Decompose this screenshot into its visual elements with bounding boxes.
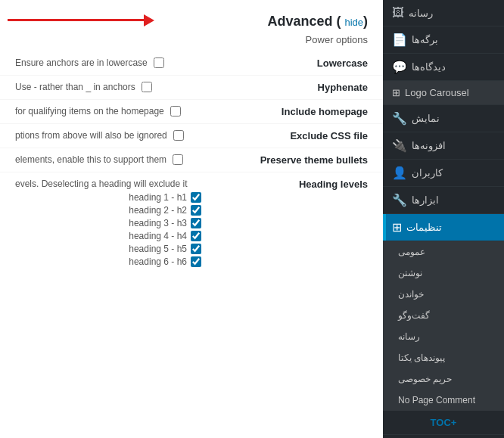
plugins-icon: 🔌 (392, 138, 407, 153)
heading-3-label: heading 3 - h3 (129, 218, 187, 228)
heading-2-checkbox[interactable] (191, 205, 201, 216)
lowercase-checkbox[interactable] (154, 57, 164, 68)
sidebar-label-rasaneh: رسانه (409, 8, 433, 19)
main-content: Advanced (hide) Power options Ensure anc… (0, 0, 383, 438)
submenu-goftogo[interactable]: گفت‌وگو (383, 305, 504, 326)
media-icon: 🖼 (392, 6, 404, 20)
sidebar-label-didgahha: دیدگاه‌ها (412, 61, 446, 73)
heading-4-label: heading 4 - h4 (129, 231, 187, 241)
heading-5-checkbox[interactable] (191, 244, 201, 254)
hide-link[interactable]: hide (344, 17, 363, 28)
arrow-line (8, 19, 144, 21)
advanced-title: Advanced (hide) (267, 14, 368, 30)
advanced-label: Advanced (267, 14, 332, 29)
sidebar-item-tanzimaat[interactable]: تنظیمات ⊞ (383, 214, 504, 241)
preserve-bullets-description: elements, enable this to support them (15, 154, 201, 165)
heading-6-label: heading 6 - h6 (129, 256, 187, 267)
preserve-bullets-label: Preserve theme bullets (201, 154, 368, 166)
submenu-label-rasaneh: رسانه (398, 331, 420, 342)
heading-6-checkbox[interactable] (191, 256, 201, 267)
hyphenate-description: Use - rather than _ in anchors (15, 82, 201, 92)
lowercase-row: Ensure anchors are in lowercase Lowercas… (0, 51, 383, 76)
sidebar-item-rasaneh[interactable]: رسانه 🖼 (383, 0, 504, 26)
submenu-label-harim: حریم خصوصی (398, 374, 452, 384)
sidebar-label-logo-carousel: Logo Carousel (405, 87, 469, 98)
heading-1-label: heading 1 - h1 (129, 192, 187, 203)
heading-4-item: heading 4 - h4 (15, 231, 201, 241)
heading-2-item: heading 2 - h2 (15, 205, 201, 216)
exclude-css-description: ptions from above will also be ignored (15, 130, 201, 141)
sidebar-item-namayesh[interactable]: نمایش 🔧 (383, 105, 504, 132)
heading-5-item: heading 5 - h5 (15, 244, 201, 254)
comments-icon: 💬 (392, 60, 407, 74)
heading-5-label: heading 5 - h5 (129, 244, 187, 254)
preserve-bullets-checkbox[interactable] (173, 154, 183, 165)
lowercase-label: Lowercase (201, 57, 368, 69)
sidebar-item-abzarha[interactable]: ابزارها 🔧 (383, 187, 504, 214)
heading-6-item: heading 6 - h6 (15, 256, 201, 267)
heading-levels-description: evels. Deselecting a heading will exclud… (15, 179, 201, 189)
arrow-container (8, 14, 154, 26)
submenu-label-omoomi: عمومی (398, 247, 425, 257)
heading-levels-left: evels. Deselecting a heading will exclud… (15, 179, 201, 269)
include-homepage-checkbox[interactable] (170, 106, 181, 116)
sidebar: رسانه 🖼 برگه‌ها 📄 دیدگاه‌ها 💬 Logo Carou… (383, 0, 504, 438)
submenu-label-no-page-comment: No Page Comment (398, 395, 475, 405)
submenu-neveshtan[interactable]: نوشتن (383, 262, 504, 284)
heading-4-checkbox[interactable] (191, 231, 201, 241)
include-homepage-row: for qualifying items on the homepage Inc… (0, 100, 383, 124)
users-icon: 👤 (392, 166, 407, 180)
exclude-css-checkbox-wrapper (173, 130, 184, 141)
sidebar-item-karbaran[interactable]: کاربران 👤 (383, 160, 504, 187)
heading-levels-row: evels. Deselecting a heading will exclud… (0, 172, 383, 275)
hyphenate-text: Use - rather than _ in anchors (15, 82, 135, 92)
appearance-icon: 🔧 (392, 111, 407, 126)
hyphenate-checkbox-wrapper (142, 82, 152, 92)
exclude-css-row: ptions from above will also be ignored E… (0, 124, 383, 148)
lowercase-checkbox-wrapper (154, 57, 164, 68)
submenu-label-pyvandha: پیوندهای یکتا (398, 353, 445, 363)
sidebar-label-karbaran: کاربران (412, 167, 443, 179)
sidebar-label-abzarha: ابزارها (412, 194, 439, 206)
submenu-rasaneh[interactable]: رسانه (383, 326, 504, 347)
heading-checkboxes: heading 1 - h1 heading 2 - h2 heading 3 … (15, 192, 201, 267)
sidebar-item-toc[interactable]: +TOC (383, 411, 504, 435)
arrow-head (144, 14, 154, 26)
pages-icon: 📄 (392, 33, 407, 47)
settings-icon: ⊞ (392, 220, 402, 235)
sidebar-label-bargha: برگه‌ها (412, 34, 438, 45)
submenu-label-neveshtan: نوشتن (398, 268, 422, 278)
submenu-khandan[interactable]: خواندن (383, 284, 504, 305)
submenu-harim[interactable]: حریم خصوصی (383, 368, 504, 390)
preserve-bullets-checkbox-wrapper (173, 154, 183, 165)
heading-1-item: heading 1 - h1 (15, 192, 201, 203)
sidebar-item-afzonehha[interactable]: افزونه‌ها 🔌 (383, 132, 504, 160)
include-homepage-label: Include homepage (201, 106, 368, 117)
exclude-css-label: Exclude CSS file (201, 130, 368, 141)
sidebar-item-bargha[interactable]: برگه‌ها 📄 (383, 26, 504, 54)
submenu-omoomi[interactable]: عمومی (383, 241, 504, 262)
sidebar-label-tanzimaat: تنظیمات (406, 222, 442, 233)
hyphenate-label: Hyphenate (201, 82, 368, 93)
sidebar-item-logo-carousel[interactable]: Logo Carousel ⊞ (383, 81, 504, 105)
lowercase-text: Ensure anchors are in lowercase (15, 57, 148, 68)
include-homepage-description: for qualifying items on the homepage (15, 106, 201, 116)
submenu-label-goftogo: گفت‌وگو (398, 310, 430, 321)
heading-3-checkbox[interactable] (191, 218, 201, 228)
tools-icon: 🔧 (392, 193, 407, 207)
lowercase-description: Ensure anchors are in lowercase (15, 57, 201, 68)
hyphenate-checkbox[interactable] (142, 82, 152, 92)
red-arrow (8, 14, 154, 26)
logo-carousel-icon: ⊞ (392, 87, 400, 98)
preserve-bullets-row: elements, enable this to support them Pr… (0, 148, 383, 172)
submenu-no-page-comment[interactable]: No Page Comment (383, 390, 504, 411)
exclude-css-text: ptions from above will also be ignored (15, 130, 167, 141)
heading-3-item: heading 3 - h3 (15, 218, 201, 228)
sidebar-item-didgahha[interactable]: دیدگاه‌ها 💬 (383, 54, 504, 81)
sidebar-label-afzonehha: افزونه‌ها (412, 140, 446, 151)
submenu-pyvandha[interactable]: پیوندهای یکتا (383, 347, 504, 368)
heading-1-checkbox[interactable] (191, 192, 201, 203)
exclude-css-checkbox[interactable] (173, 130, 184, 141)
heading-levels-label: Heading levels (201, 179, 368, 190)
advanced-header: Advanced (hide) (0, 8, 383, 33)
